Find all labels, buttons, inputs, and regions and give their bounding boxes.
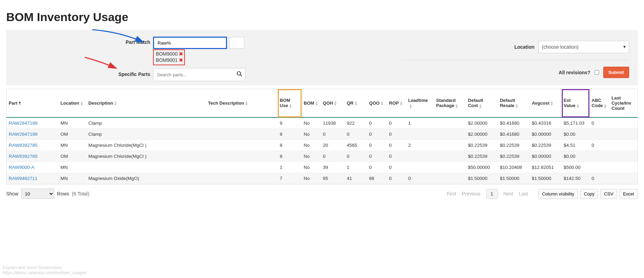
cell-rop: 0: [387, 117, 406, 129]
annotation-arrow-blue: [89, 28, 148, 48]
col-header[interactable]: Tech Description▲▼: [206, 89, 278, 118]
cell-dresale: $0.41680: [498, 117, 530, 129]
cell-abc: 0: [589, 117, 609, 129]
svg-line-1: [240, 75, 242, 77]
cell-std: [434, 140, 466, 151]
toolbar-button[interactable]: CSV: [600, 189, 617, 199]
col-header[interactable]: DefaultCost▲▼: [466, 89, 498, 118]
show-label: Show: [6, 191, 18, 196]
cell-qr: 1: [345, 162, 367, 173]
cell-qoh: 39: [321, 162, 344, 173]
col-header[interactable]: QR▲▼: [345, 89, 367, 118]
table-row: RAW8392785OMMagnesium Chloride(MgCl )8No…: [7, 151, 637, 162]
pager-last[interactable]: Last: [519, 191, 528, 196]
cell-rop: 0: [387, 140, 406, 151]
cell-tech: [206, 162, 278, 173]
col-header[interactable]: ExtValue▲▼: [562, 89, 590, 118]
cell-loc: OM: [58, 129, 86, 140]
cell-cycle: [609, 162, 637, 173]
part-match-add-button[interactable]: [229, 37, 244, 49]
toolbar-button[interactable]: Copy: [580, 189, 598, 199]
cell-dcost: $2.00000: [466, 117, 498, 129]
cell-ext: $4.51: [562, 140, 590, 151]
cell-tech: [206, 173, 278, 184]
cell-avg: $0.00000: [530, 129, 561, 140]
cell-bom: No: [302, 140, 321, 151]
cell-tech: [206, 129, 278, 140]
cell-bom: No: [302, 117, 321, 129]
close-icon[interactable]: ✖: [179, 51, 183, 57]
col-header[interactable]: StandardPackage▲▼: [434, 89, 466, 118]
cell-avg: $0.00000: [530, 151, 561, 162]
col-header[interactable]: Avgcost▲▼: [530, 89, 561, 118]
col-header[interactable]: BOMUse▲▼: [278, 89, 302, 118]
col-header[interactable]: Leadtime▲▼: [406, 89, 434, 118]
part-link[interactable]: RAW8392785: [9, 154, 38, 159]
cell-dcost: $1.50000: [466, 173, 498, 184]
part-link[interactable]: RAW8392785: [9, 143, 38, 148]
cell-dresale: $10.20408: [498, 162, 530, 173]
cell-loc: MN: [58, 140, 86, 151]
col-header[interactable]: QOH▲▼: [321, 89, 344, 118]
cell-part: RAW9000-A: [7, 162, 58, 173]
cell-avg: $0.22539: [530, 140, 561, 151]
rows-label: Rows: [57, 191, 69, 196]
col-header[interactable]: Part▲▼: [7, 89, 58, 118]
location-select[interactable]: (choose location): [539, 41, 629, 53]
pager-first[interactable]: First: [447, 191, 456, 196]
cell-bom_use: 9: [278, 129, 302, 140]
part-link[interactable]: RAW9462711: [9, 176, 38, 181]
cell-std: [434, 162, 466, 173]
cell-loc: MN: [58, 162, 86, 173]
submit-button[interactable]: Submit: [603, 67, 629, 78]
cell-bom: No: [302, 151, 321, 162]
cell-std: [434, 151, 466, 162]
cell-qr: 41: [345, 173, 367, 184]
pager-next[interactable]: Next: [503, 191, 513, 196]
cell-bom_use: 8: [278, 140, 302, 151]
col-header[interactable]: Description▲▼: [86, 89, 206, 118]
cell-dcost: $0.22539: [466, 151, 498, 162]
cell-bom_use: 9: [278, 117, 302, 129]
all-revisions-checkbox[interactable]: [595, 70, 599, 75]
part-link[interactable]: RAW9000-A: [9, 165, 35, 170]
part-match-input[interactable]: [154, 38, 226, 48]
cell-qr: 4565: [345, 140, 367, 151]
col-header[interactable]: DefaultResale▲▼: [498, 89, 530, 118]
specific-parts-input[interactable]: [153, 68, 246, 81]
cell-dcost: $0.22539: [466, 140, 498, 151]
cell-tech: [206, 117, 278, 129]
cell-part: RAW2847199: [7, 117, 58, 129]
search-icon[interactable]: [237, 71, 242, 78]
col-header[interactable]: LastCycle/InvCount: [609, 89, 637, 118]
cell-lead: [406, 162, 434, 173]
close-icon[interactable]: ✖: [179, 57, 183, 63]
col-header[interactable]: BOM▲▼: [302, 89, 321, 118]
cell-qr: 0: [345, 129, 367, 140]
cell-loc: OM: [58, 151, 86, 162]
toolbar-button[interactable]: Excel: [619, 189, 638, 199]
cell-desc: [86, 162, 206, 173]
cell-qoo: 0: [367, 117, 387, 129]
col-header[interactable]: QOO▲▼: [367, 89, 387, 118]
cell-ext: $0.00: [562, 129, 590, 140]
pager-current[interactable]: 1: [486, 189, 498, 199]
toolbar-button[interactable]: Column visibility: [538, 189, 578, 199]
cell-lead: [406, 151, 434, 162]
part-link[interactable]: RAW2847199: [9, 132, 38, 137]
bom-tag: BOM9001 ✖: [156, 57, 182, 63]
pager-prev[interactable]: Previous: [462, 191, 480, 196]
cell-qoh: 95: [321, 173, 344, 184]
cell-abc: [589, 151, 609, 162]
col-header[interactable]: Location▲▼: [58, 89, 86, 118]
cell-abc: [589, 129, 609, 140]
table-row: RAW9000-AMN1No39100$50.00000$10.20408$12…: [7, 162, 637, 173]
cell-ext: $5,171.03: [562, 117, 590, 129]
cell-std: [434, 129, 466, 140]
col-header[interactable]: ROP▲▼: [387, 89, 406, 118]
cell-cycle: [609, 151, 637, 162]
page-size-select[interactable]: 10: [21, 189, 54, 199]
part-link[interactable]: RAW2847199: [9, 121, 38, 126]
cell-rop: 0: [387, 129, 406, 140]
col-header[interactable]: ABCCode▲▼: [589, 89, 609, 118]
